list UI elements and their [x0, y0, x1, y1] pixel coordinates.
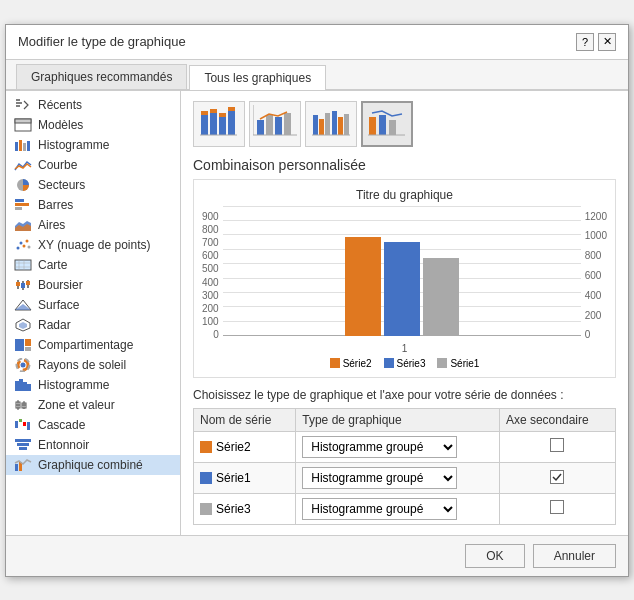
svg-rect-5 [27, 141, 30, 151]
sidebar-item-barres[interactable]: Barres [6, 195, 180, 215]
sidebar-item-surface[interactable]: Surface [6, 295, 180, 315]
sidebar-item-secteurs[interactable]: Secteurs [6, 175, 180, 195]
chart-type-select-serie2[interactable]: Histogramme groupé [302, 436, 457, 458]
main-panel: Combinaison personnalisée Titre du graph… [181, 91, 628, 535]
svg-rect-73 [344, 114, 349, 135]
sidebar-item-entonnoir[interactable]: Entonnoir [6, 435, 180, 455]
x-axis-label: 1 [234, 343, 575, 354]
svg-rect-17 [15, 260, 31, 270]
tabs: Graphiques recommandés Tous les graphiqu… [6, 60, 628, 90]
treemap-icon [14, 338, 32, 352]
svg-rect-8 [15, 203, 29, 206]
sidebar-item-aires[interactable]: Aires [6, 215, 180, 235]
svg-rect-7 [15, 199, 24, 202]
tab-recommended[interactable]: Graphiques recommandés [16, 64, 187, 89]
svg-point-13 [20, 241, 23, 244]
footer: OK Annuler [6, 535, 628, 576]
series-table: Nom de série Type de graphique Axe secon… [193, 408, 616, 525]
svg-rect-47 [27, 422, 30, 430]
help-button[interactable]: ? [576, 33, 594, 51]
sidebar-label-carte: Carte [38, 258, 67, 272]
axis-checkbox-serie3[interactable] [550, 500, 564, 514]
sidebar-item-radar[interactable]: Radar [6, 315, 180, 335]
series-color-serie3 [200, 503, 212, 515]
svg-rect-3 [19, 140, 22, 151]
svg-rect-34 [15, 381, 19, 391]
svg-rect-64 [275, 117, 282, 135]
sidebar-item-zone[interactable]: Zone et valeur [6, 395, 180, 415]
legend-color-serie3 [384, 358, 394, 368]
sidebar-item-boursier[interactable]: Boursier [6, 275, 180, 295]
tab-all[interactable]: Tous les graphiques [189, 65, 326, 90]
chart-icon-3[interactable] [305, 101, 357, 147]
cancel-button[interactable]: Annuler [533, 544, 616, 568]
sidebar-item-combine[interactable]: Graphique combiné [6, 455, 180, 475]
svg-rect-75 [369, 117, 376, 135]
svg-rect-56 [210, 109, 217, 113]
svg-rect-28 [15, 339, 24, 351]
sidebar-item-xy[interactable]: XY (nuage de points) [6, 235, 180, 255]
svg-rect-45 [19, 419, 22, 422]
sidebar-item-histogramme[interactable]: Histogramme [6, 135, 180, 155]
histogram-icon [14, 378, 32, 392]
legend-serie3: Série3 [384, 358, 426, 369]
series-name-cell: Série1 [194, 462, 296, 493]
svg-point-31 [21, 362, 26, 367]
chart-icon-4[interactable] [361, 101, 413, 147]
bar-icon [14, 138, 32, 152]
svg-rect-54 [201, 111, 208, 115]
chart-preview: Titre du graphique 900 800 700 600 500 4… [193, 179, 616, 378]
main-content: Récents Modèles Histogramme [6, 90, 628, 535]
chart-icon-1[interactable] [193, 101, 245, 147]
series-color-serie2 [200, 441, 212, 453]
svg-point-16 [28, 245, 31, 248]
scatter-icon [14, 238, 32, 252]
svg-rect-49 [17, 443, 29, 446]
svg-rect-53 [201, 115, 208, 135]
sidebar-label-courbe: Courbe [38, 158, 77, 172]
waterfall-icon [14, 418, 32, 432]
title-bar: Modifier le type de graphique ? ✕ [6, 25, 628, 60]
sidebar-item-compartimentage[interactable]: Compartimentage [6, 335, 180, 355]
table-row: Série3 Histogramme groupé [194, 493, 616, 524]
sidebar-item-modeles[interactable]: Modèles [6, 115, 180, 135]
sidebar-item-recents[interactable]: Récents [6, 95, 180, 115]
svg-rect-69 [319, 119, 324, 135]
series-color-serie1 [200, 472, 212, 484]
chart-icon-2[interactable] [249, 101, 301, 147]
dialog: Modifier le type de graphique ? ✕ Graphi… [5, 24, 629, 577]
ok-button[interactable]: OK [465, 544, 524, 568]
sidebar-item-histogramme2[interactable]: Histogramme [6, 375, 180, 395]
sidebar-label-entonnoir: Entonnoir [38, 438, 89, 452]
sidebar-label-rayons: Rayons de soleil [38, 358, 126, 372]
close-button[interactable]: ✕ [598, 33, 616, 51]
chart-type-select-serie1[interactable]: Histogramme groupé [302, 467, 457, 489]
svg-rect-9 [15, 207, 22, 210]
svg-rect-59 [228, 111, 235, 135]
axis-checkbox-serie2[interactable] [550, 438, 564, 452]
line-icon [14, 158, 32, 172]
axis-checkbox-serie1[interactable] [550, 470, 564, 484]
svg-rect-65 [284, 113, 291, 135]
sidebar: Récents Modèles Histogramme [6, 91, 181, 535]
sidebar-label-histogramme: Histogramme [38, 138, 109, 152]
chart-legend: Série2 Série3 Série1 [202, 358, 607, 369]
svg-rect-21 [21, 283, 25, 288]
svg-rect-46 [23, 422, 26, 426]
bar-serie1 [423, 258, 459, 336]
series-label-serie1: Série1 [216, 471, 251, 485]
chart-type-select-serie3[interactable]: Histogramme groupé [302, 498, 457, 520]
sidebar-item-cascade[interactable]: Cascade [6, 415, 180, 435]
map-icon [14, 258, 32, 272]
sidebar-item-rayons[interactable]: Rayons de soleil [6, 355, 180, 375]
sidebar-label-aires: Aires [38, 218, 65, 232]
col-header-axis: Axe secondaire [499, 408, 615, 431]
table-label: Choisissez le type de graphique et l'axe… [193, 388, 616, 402]
svg-rect-70 [325, 113, 330, 135]
title-bar-buttons: ? ✕ [576, 33, 616, 51]
sidebar-item-courbe[interactable]: Courbe [6, 155, 180, 175]
pie-icon [14, 178, 32, 192]
sidebar-item-carte[interactable]: Carte [6, 255, 180, 275]
legend-color-serie2 [330, 358, 340, 368]
svg-rect-63 [266, 115, 273, 135]
